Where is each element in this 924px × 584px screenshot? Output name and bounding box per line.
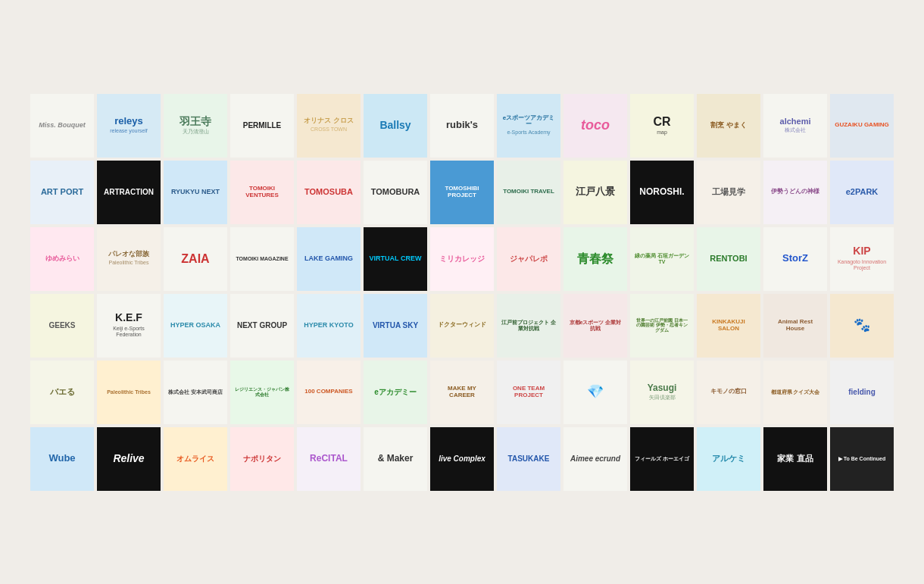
logo-grid-container: Miss. Bouquetreleysrelease yourself羽王寺天乃… (0, 71, 924, 514)
logo-main-text: TOMOIKI VENTURES (235, 186, 289, 199)
logo-cell-inner: HYPER OSAKA (164, 294, 227, 358)
logo-sub-text: 矢田倶楽部 (649, 395, 676, 401)
logo-cell-inner: ▶ To Be Continued (830, 427, 894, 491)
logo-main-text: Miss. Bouquet (39, 122, 86, 130)
logo-main-text: Relive (113, 453, 144, 464)
logo-cell-inner: ART PORT (30, 161, 94, 224)
logo-cell-inner: Paleolithic Tribes (97, 361, 161, 424)
logo-main-text: ナポリタン (243, 454, 281, 463)
logo-cell: TASUKAKE (497, 427, 560, 491)
logo-cell: ONE TEAM PROJECT (497, 361, 560, 424)
logo-sub-text: e-Sports Academy (507, 130, 550, 136)
logo-cell-inner: Yasugi矢田倶楽部 (630, 361, 694, 424)
logo-cell: 江戸前プロジェクト 企業対抗戦 (497, 294, 560, 358)
logo-cell-inner: VIRTUA SKY (364, 294, 427, 358)
logo-cell-inner: Miss. Bouquet (30, 94, 94, 158)
logo-cell: CRmap (630, 94, 694, 158)
logo-cell: HYPER KYOTO (297, 294, 361, 358)
logo-cell-inner: バエる (30, 361, 94, 424)
logo-main-text: & Maker (378, 454, 414, 464)
logo-cell-inner: 株式会社 安本武司商店 (164, 361, 227, 424)
logo-main-text: ミリカレッジ (439, 255, 485, 263)
logo-cell: HYPER OSAKA (164, 294, 227, 358)
logo-cell: ZAIA (164, 227, 227, 291)
logo-cell-inner: 伊勢うどんの神様 (763, 161, 827, 224)
logo-main-text: Aimee ecrund (570, 454, 620, 463)
logo-main-text: TASUKAKE (508, 454, 550, 463)
logo-main-text: オムライス (176, 454, 214, 463)
logo-main-text: RENTOBI (710, 254, 747, 263)
logo-cell-inner: eアカデミー (364, 361, 427, 424)
logo-cell: GUZAIKU GAMING (830, 94, 894, 158)
logo-cell: TOMOSUBA (297, 161, 361, 224)
logo-cell: LAKE GAMING (297, 227, 361, 291)
logo-cell: 京都eスポーツ 企業対抗戦 (563, 294, 627, 358)
logo-cell-inner: NOROSHI. (630, 161, 694, 224)
logo-main-text: LAKE GAMING (304, 255, 353, 263)
logo-cell-inner: 江戸前プロジェクト 企業対抗戦 (497, 294, 560, 358)
logo-main-text: 羽王寺 (179, 116, 211, 127)
logo-cell-inner: GEEKS (30, 294, 94, 358)
logo-cell: StorZ (763, 227, 827, 291)
logo-main-text: 江戸前プロジェクト 企業対抗戦 (501, 320, 556, 331)
logo-main-text: Paleolithic Tribes (107, 389, 151, 395)
logo-cell: ▶ To Be Continued (830, 427, 894, 491)
logo-main-text: TOMOSHIBI PROJECT (435, 186, 489, 199)
logo-cell-inner: K.E.FKeiji e-Sports Federation (97, 294, 161, 358)
logo-cell-inner: ジャパレポ (497, 227, 560, 291)
logo-cell: VIRTUAL CREW (364, 227, 427, 291)
logo-main-text: Animal Rest House (768, 319, 823, 333)
logo-cell-inner: releysrelease yourself (97, 94, 161, 158)
logo-main-text: 江戸八景 (576, 186, 615, 197)
logo-cell-inner: live Complex (430, 427, 494, 491)
logo-cell: rubik's (430, 94, 494, 158)
logo-cell: GEEKS (30, 294, 94, 358)
logo-cell: KIPKanagoto Innovation Project (830, 227, 894, 291)
logo-cell: e2PARK (830, 161, 894, 224)
logo-main-text: フィールズ ホーエイゴ (635, 456, 689, 462)
logo-main-text: PERMILLE (243, 121, 282, 130)
logo-sub-text: 株式会社 (785, 127, 806, 133)
logo-cell: Relive (97, 427, 161, 491)
logo-main-text: 世界一の江戸前園 日本一の園芸術 伊勢・忍者キングダム (635, 318, 689, 333)
logo-cell: オムライス (164, 427, 227, 491)
logo-cell: alchemi株式会社 (763, 94, 827, 158)
logo-main-text: eスポーツアカデミー (501, 115, 556, 129)
logo-cell-inner: Ballsy (364, 94, 427, 158)
logo-cell: 割烹 やまく (697, 94, 760, 158)
logo-cell-inner: 青春祭 (563, 227, 627, 291)
logo-cell: toco (563, 94, 627, 158)
logo-cell-inner: ナポリタン (230, 427, 294, 491)
logo-cell: TOMOIKI TRAVEL (497, 161, 560, 224)
logo-cell-inner: オリナス クロスCROSS TOWN (297, 94, 361, 158)
logo-cell: アルケミ (697, 427, 760, 491)
logo-main-text: Wube (48, 453, 75, 464)
logo-cell-inner: Aimee ecrund (563, 427, 627, 491)
logo-cell: eスポーツアカデミーe-Sports Academy (497, 94, 560, 158)
logo-cell: TOMOSHIBI PROJECT (430, 161, 494, 224)
logo-cell-inner: TOMOIKI TRAVEL (497, 161, 560, 224)
logo-cell: 株式会社 安本武司商店 (164, 361, 227, 424)
logo-cell: TOMOIKI VENTURES (230, 161, 294, 224)
logo-main-text: ゆめみらい (45, 255, 80, 263)
logo-sub-text: CROSS TOWN (311, 126, 347, 133)
logo-cell-inner: rubik's (430, 94, 494, 158)
logo-cell-inner: 工場見学 (697, 161, 760, 224)
logo-main-text: VIRTUA SKY (373, 321, 418, 329)
logo-main-text: K.E.F (115, 312, 142, 323)
logo-cell: TOMOBURA (364, 161, 427, 224)
logo-sub-text: Paleolithic Tribes (109, 260, 149, 266)
logo-cell-inner: TOMOIKI MAGAZINE (230, 227, 294, 291)
logo-cell: VIRTUA SKY (364, 294, 427, 358)
logo-main-text: バエる (50, 387, 75, 396)
logo-cell: レジリエンス・ジャパン株式会社 (230, 361, 294, 424)
logo-main-text: alchemi (780, 117, 811, 126)
logo-cell: 江戸八景 (563, 161, 627, 224)
logo-cell: ミリカレッジ (430, 227, 494, 291)
logo-cell: KINKAKUJI SALON (697, 294, 760, 358)
logo-cell-inner: TOMOSUBA (297, 161, 361, 224)
logo-main-text: eアカデミー (374, 388, 417, 396)
logo-main-text: GUZAIKU GAMING (835, 122, 889, 129)
logo-cell-inner: ゆめみらい (30, 227, 94, 291)
logo-main-text: RYUKYU NEXT (171, 189, 220, 196)
